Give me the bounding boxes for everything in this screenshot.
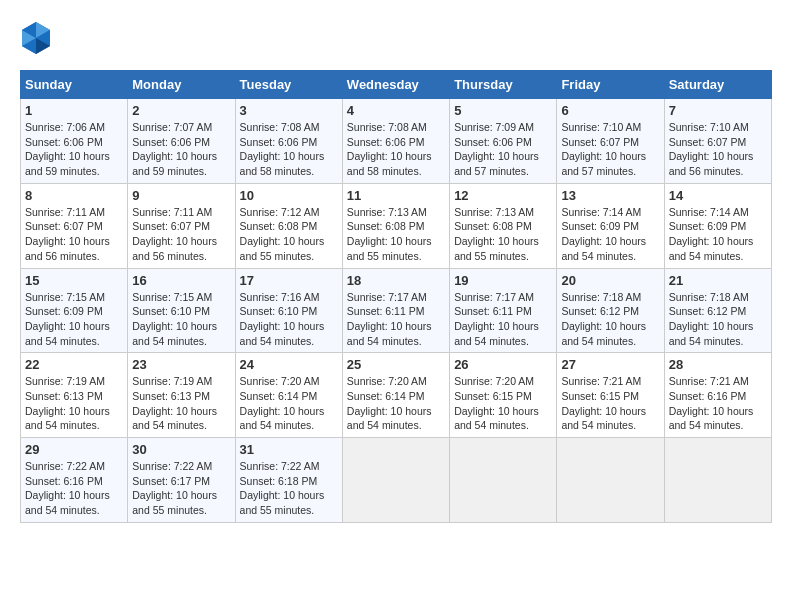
day-info: Sunrise: 7:17 AM Sunset: 6:11 PM Dayligh… [454, 290, 552, 349]
calendar-cell: 24 Sunrise: 7:20 AM Sunset: 6:14 PM Dayl… [235, 353, 342, 438]
day-number: 27 [561, 357, 659, 372]
day-number: 20 [561, 273, 659, 288]
day-number: 5 [454, 103, 552, 118]
calendar-week-1: 1 Sunrise: 7:06 AM Sunset: 6:06 PM Dayli… [21, 99, 772, 184]
calendar-cell: 4 Sunrise: 7:08 AM Sunset: 6:06 PM Dayli… [342, 99, 449, 184]
calendar-cell: 8 Sunrise: 7:11 AM Sunset: 6:07 PM Dayli… [21, 183, 128, 268]
day-info: Sunrise: 7:18 AM Sunset: 6:12 PM Dayligh… [561, 290, 659, 349]
day-info: Sunrise: 7:15 AM Sunset: 6:09 PM Dayligh… [25, 290, 123, 349]
day-number: 15 [25, 273, 123, 288]
day-info: Sunrise: 7:16 AM Sunset: 6:10 PM Dayligh… [240, 290, 338, 349]
day-info: Sunrise: 7:10 AM Sunset: 6:07 PM Dayligh… [669, 120, 767, 179]
calendar-header-tuesday: Tuesday [235, 71, 342, 99]
calendar-cell: 31 Sunrise: 7:22 AM Sunset: 6:18 PM Dayl… [235, 438, 342, 523]
day-number: 23 [132, 357, 230, 372]
day-number: 22 [25, 357, 123, 372]
calendar-cell: 23 Sunrise: 7:19 AM Sunset: 6:13 PM Dayl… [128, 353, 235, 438]
calendar-week-3: 15 Sunrise: 7:15 AM Sunset: 6:09 PM Dayl… [21, 268, 772, 353]
day-info: Sunrise: 7:22 AM Sunset: 6:17 PM Dayligh… [132, 459, 230, 518]
day-info: Sunrise: 7:21 AM Sunset: 6:15 PM Dayligh… [561, 374, 659, 433]
day-info: Sunrise: 7:22 AM Sunset: 6:18 PM Dayligh… [240, 459, 338, 518]
calendar-cell: 9 Sunrise: 7:11 AM Sunset: 6:07 PM Dayli… [128, 183, 235, 268]
calendar-header-friday: Friday [557, 71, 664, 99]
calendar-cell: 2 Sunrise: 7:07 AM Sunset: 6:06 PM Dayli… [128, 99, 235, 184]
calendar-header-monday: Monday [128, 71, 235, 99]
day-number: 7 [669, 103, 767, 118]
calendar-cell: 1 Sunrise: 7:06 AM Sunset: 6:06 PM Dayli… [21, 99, 128, 184]
calendar-cell: 27 Sunrise: 7:21 AM Sunset: 6:15 PM Dayl… [557, 353, 664, 438]
day-number: 3 [240, 103, 338, 118]
calendar-cell: 29 Sunrise: 7:22 AM Sunset: 6:16 PM Dayl… [21, 438, 128, 523]
calendar-cell: 10 Sunrise: 7:12 AM Sunset: 6:08 PM Dayl… [235, 183, 342, 268]
day-number: 31 [240, 442, 338, 457]
day-info: Sunrise: 7:19 AM Sunset: 6:13 PM Dayligh… [132, 374, 230, 433]
logo [20, 20, 56, 60]
calendar-header-saturday: Saturday [664, 71, 771, 99]
calendar-body: 1 Sunrise: 7:06 AM Sunset: 6:06 PM Dayli… [21, 99, 772, 523]
calendar-cell: 3 Sunrise: 7:08 AM Sunset: 6:06 PM Dayli… [235, 99, 342, 184]
day-number: 10 [240, 188, 338, 203]
day-number: 11 [347, 188, 445, 203]
calendar-week-2: 8 Sunrise: 7:11 AM Sunset: 6:07 PM Dayli… [21, 183, 772, 268]
day-info: Sunrise: 7:10 AM Sunset: 6:07 PM Dayligh… [561, 120, 659, 179]
day-info: Sunrise: 7:19 AM Sunset: 6:13 PM Dayligh… [25, 374, 123, 433]
day-info: Sunrise: 7:13 AM Sunset: 6:08 PM Dayligh… [347, 205, 445, 264]
calendar-cell [450, 438, 557, 523]
calendar-header-sunday: Sunday [21, 71, 128, 99]
day-info: Sunrise: 7:20 AM Sunset: 6:14 PM Dayligh… [240, 374, 338, 433]
calendar-cell [557, 438, 664, 523]
calendar-cell: 21 Sunrise: 7:18 AM Sunset: 6:12 PM Dayl… [664, 268, 771, 353]
calendar-cell: 22 Sunrise: 7:19 AM Sunset: 6:13 PM Dayl… [21, 353, 128, 438]
calendar-cell: 16 Sunrise: 7:15 AM Sunset: 6:10 PM Dayl… [128, 268, 235, 353]
calendar-cell: 15 Sunrise: 7:15 AM Sunset: 6:09 PM Dayl… [21, 268, 128, 353]
day-info: Sunrise: 7:08 AM Sunset: 6:06 PM Dayligh… [347, 120, 445, 179]
calendar-cell: 5 Sunrise: 7:09 AM Sunset: 6:06 PM Dayli… [450, 99, 557, 184]
calendar-header-wednesday: Wednesday [342, 71, 449, 99]
day-number: 26 [454, 357, 552, 372]
calendar-week-5: 29 Sunrise: 7:22 AM Sunset: 6:16 PM Dayl… [21, 438, 772, 523]
day-info: Sunrise: 7:13 AM Sunset: 6:08 PM Dayligh… [454, 205, 552, 264]
calendar-cell [342, 438, 449, 523]
day-number: 2 [132, 103, 230, 118]
day-number: 24 [240, 357, 338, 372]
calendar-cell: 20 Sunrise: 7:18 AM Sunset: 6:12 PM Dayl… [557, 268, 664, 353]
day-info: Sunrise: 7:06 AM Sunset: 6:06 PM Dayligh… [25, 120, 123, 179]
day-info: Sunrise: 7:12 AM Sunset: 6:08 PM Dayligh… [240, 205, 338, 264]
day-info: Sunrise: 7:14 AM Sunset: 6:09 PM Dayligh… [561, 205, 659, 264]
calendar-cell: 26 Sunrise: 7:20 AM Sunset: 6:15 PM Dayl… [450, 353, 557, 438]
calendar-cell: 30 Sunrise: 7:22 AM Sunset: 6:17 PM Dayl… [128, 438, 235, 523]
day-number: 28 [669, 357, 767, 372]
day-info: Sunrise: 7:18 AM Sunset: 6:12 PM Dayligh… [669, 290, 767, 349]
day-number: 21 [669, 273, 767, 288]
day-number: 16 [132, 273, 230, 288]
calendar-cell: 13 Sunrise: 7:14 AM Sunset: 6:09 PM Dayl… [557, 183, 664, 268]
day-info: Sunrise: 7:20 AM Sunset: 6:15 PM Dayligh… [454, 374, 552, 433]
day-number: 12 [454, 188, 552, 203]
logo-icon [20, 20, 52, 60]
day-number: 17 [240, 273, 338, 288]
day-number: 6 [561, 103, 659, 118]
day-info: Sunrise: 7:20 AM Sunset: 6:14 PM Dayligh… [347, 374, 445, 433]
day-info: Sunrise: 7:09 AM Sunset: 6:06 PM Dayligh… [454, 120, 552, 179]
calendar-cell: 6 Sunrise: 7:10 AM Sunset: 6:07 PM Dayli… [557, 99, 664, 184]
day-info: Sunrise: 7:21 AM Sunset: 6:16 PM Dayligh… [669, 374, 767, 433]
day-number: 30 [132, 442, 230, 457]
day-info: Sunrise: 7:11 AM Sunset: 6:07 PM Dayligh… [25, 205, 123, 264]
day-info: Sunrise: 7:15 AM Sunset: 6:10 PM Dayligh… [132, 290, 230, 349]
calendar-cell: 25 Sunrise: 7:20 AM Sunset: 6:14 PM Dayl… [342, 353, 449, 438]
calendar-cell: 14 Sunrise: 7:14 AM Sunset: 6:09 PM Dayl… [664, 183, 771, 268]
day-info: Sunrise: 7:07 AM Sunset: 6:06 PM Dayligh… [132, 120, 230, 179]
calendar-cell: 19 Sunrise: 7:17 AM Sunset: 6:11 PM Dayl… [450, 268, 557, 353]
day-info: Sunrise: 7:22 AM Sunset: 6:16 PM Dayligh… [25, 459, 123, 518]
day-number: 13 [561, 188, 659, 203]
calendar-cell: 18 Sunrise: 7:17 AM Sunset: 6:11 PM Dayl… [342, 268, 449, 353]
day-number: 14 [669, 188, 767, 203]
day-info: Sunrise: 7:11 AM Sunset: 6:07 PM Dayligh… [132, 205, 230, 264]
day-info: Sunrise: 7:17 AM Sunset: 6:11 PM Dayligh… [347, 290, 445, 349]
calendar-cell [664, 438, 771, 523]
day-number: 19 [454, 273, 552, 288]
day-number: 1 [25, 103, 123, 118]
day-number: 8 [25, 188, 123, 203]
calendar-cell: 11 Sunrise: 7:13 AM Sunset: 6:08 PM Dayl… [342, 183, 449, 268]
day-number: 25 [347, 357, 445, 372]
